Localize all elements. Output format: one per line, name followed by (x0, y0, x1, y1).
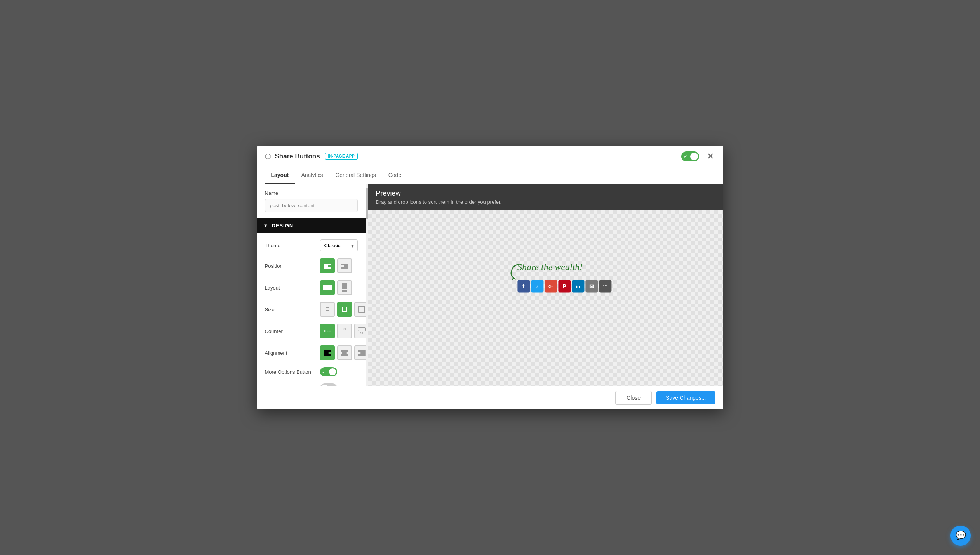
name-label: Name (265, 190, 358, 196)
align-center-button[interactable] (337, 345, 352, 360)
chevron-down-icon: ▼ (263, 223, 269, 229)
share-arrow-icon (506, 262, 525, 282)
chat-icon: 💬 (956, 531, 966, 541)
counter-row: Counter OFF 99 (265, 324, 358, 338)
alignment-row: Alignment (265, 345, 358, 360)
modal-container: ⬡ Share Buttons IN-PAGE APP ✓ ✕ Layout A… (257, 146, 723, 409)
close-footer-button[interactable]: Close (615, 391, 652, 405)
align-left-button[interactable] (320, 345, 335, 360)
layout-vertical-button[interactable] (337, 280, 352, 295)
counter-label: Counter (265, 328, 315, 334)
pinterest-share-icon[interactable]: P (558, 280, 571, 292)
in-page-badge: IN-PAGE APP (325, 153, 358, 160)
size-row: Size (265, 302, 358, 317)
preview-subtitle: Drag and drop icons to sort them in the … (376, 199, 715, 205)
tab-general-settings[interactable]: General Settings (329, 167, 382, 184)
share-icons-row: f t g+ P in ✉ ··· (517, 280, 611, 292)
size-small-button[interactable] (320, 302, 335, 317)
more-options-label: More Options Button (265, 369, 315, 375)
right-panel: Preview Drag and drop icons to sort them… (368, 184, 723, 386)
preview-header: Preview Drag and drop icons to sort them… (368, 184, 723, 210)
modal-footer: Close Save Changes... (257, 386, 723, 409)
theme-label: Theme (265, 243, 315, 248)
close-button[interactable]: ✕ (705, 151, 715, 162)
tab-layout[interactable]: Layout (265, 167, 295, 184)
counter-above-button[interactable]: 99 (354, 324, 366, 338)
chat-button[interactable]: 💬 (950, 526, 971, 546)
design-content: Theme Classic Minimal Rounded Positi (257, 233, 366, 386)
more-options-row: More Options Button ✓ (265, 367, 358, 376)
design-section-header[interactable]: ▼ DESIGN (257, 218, 366, 233)
name-section: Name (257, 184, 366, 218)
position-label: Position (265, 263, 315, 269)
share-text: Share the wealth! (517, 262, 583, 272)
twitter-share-icon[interactable]: t (531, 280, 543, 292)
theme-row: Theme Classic Minimal Rounded (265, 239, 358, 251)
layout-horizontal-button[interactable] (320, 280, 335, 295)
size-large-button[interactable] (354, 302, 366, 317)
size-label: Size (265, 307, 315, 312)
layout-label: Layout (265, 285, 315, 291)
design-label: DESIGN (272, 223, 293, 229)
check-icon: ✓ (322, 369, 326, 375)
position-left-button[interactable] (320, 258, 335, 273)
preview-title: Preview (376, 189, 715, 198)
position-row: Position (265, 258, 358, 273)
alignment-label: Alignment (265, 350, 315, 356)
size-medium-button[interactable] (337, 302, 352, 317)
check-icon: ✓ (684, 154, 688, 159)
share-preview-content: Share the wealth! f t g+ P in ✉ ··· (517, 262, 611, 292)
save-changes-button[interactable]: Save Changes... (656, 391, 715, 404)
more-options-toggle[interactable]: ✓ (320, 367, 337, 376)
position-right-button[interactable] (337, 258, 352, 273)
more-share-icon[interactable]: ··· (599, 280, 611, 292)
modal-header: ⬡ Share Buttons IN-PAGE APP ✓ ✕ (257, 146, 723, 167)
modal-title: Share Buttons (275, 153, 320, 160)
layout-row: Layout (265, 280, 358, 295)
counter-off-button[interactable]: OFF (320, 324, 335, 338)
counter-inside-button[interactable]: 99 (337, 324, 352, 338)
custom-icon-toggle[interactable]: ✕ (320, 383, 337, 386)
tab-analytics[interactable]: Analytics (295, 167, 329, 184)
modal-body: Name ▼ DESIGN Theme Classic Min (257, 184, 723, 386)
theme-select[interactable]: Classic Minimal Rounded (320, 239, 358, 251)
tabs-bar: Layout Analytics General Settings Code (257, 167, 723, 184)
linkedin-share-icon[interactable]: in (572, 280, 584, 292)
name-input[interactable] (265, 199, 358, 212)
enabled-toggle[interactable]: ✓ (681, 151, 699, 161)
tab-code[interactable]: Code (382, 167, 407, 184)
share-icon: ⬡ (265, 152, 271, 161)
preview-area: Share the wealth! f t g+ P in ✉ ··· (368, 210, 723, 386)
align-right-button[interactable] (354, 345, 366, 360)
left-panel: Name ▼ DESIGN Theme Classic Min (257, 184, 366, 386)
google-plus-share-icon[interactable]: g+ (545, 280, 557, 292)
email-share-icon[interactable]: ✉ (585, 280, 598, 292)
